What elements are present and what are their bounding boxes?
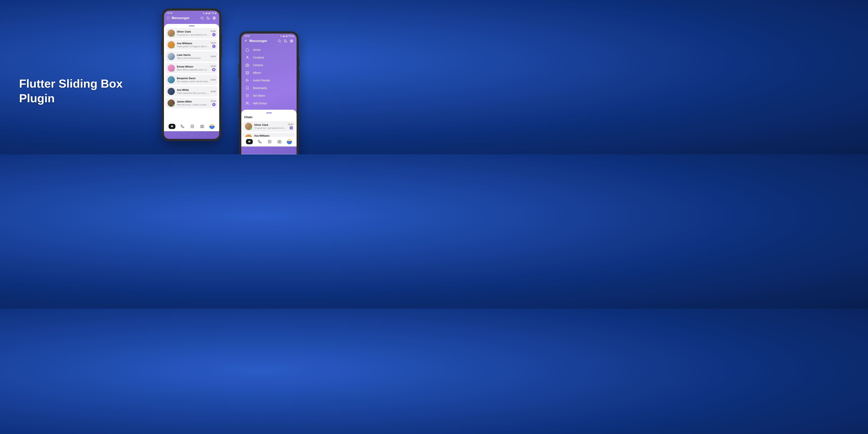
avatar: [167, 76, 175, 83]
menu-item-camera[interactable]: Camera: [241, 61, 297, 69]
chat-time: 18:48: [211, 42, 216, 44]
back-icon[interactable]: [177, 134, 180, 137]
svg-point-4: [172, 126, 172, 127]
phone-side-btn: [161, 40, 162, 55]
chat-time: 18:48: [211, 30, 216, 32]
svg-point-3: [171, 126, 172, 127]
bookmarks-icon: [245, 86, 249, 90]
globe-icon[interactable]: [289, 39, 294, 43]
svg-point-25: [279, 141, 280, 143]
avatar-wrap: [167, 53, 175, 60]
nav-camera-icon[interactable]: [277, 139, 282, 145]
avatar-wrap: [167, 88, 175, 95]
home-icon[interactable]: [190, 134, 193, 137]
chat-message: Wow! What a beautiful view! I really…: [177, 68, 210, 71]
chat-meta: 18:483: [211, 42, 216, 48]
menu-item-album[interactable]: Album: [241, 69, 297, 76]
nav-chat-icon[interactable]: [168, 124, 176, 129]
nav-camera-icon[interactable]: [199, 124, 205, 129]
chat-info: Benjamin Davis Yes, being in nature and …: [177, 77, 210, 83]
unread-badge: 10: [212, 68, 216, 71]
chat-item[interactable]: Benjamin Davis Yes, being in nature and …: [165, 74, 218, 85]
chat-info: James Miller After the forest, I visited…: [177, 100, 210, 106]
app-title: Messenger: [172, 16, 198, 20]
menu-item-invite-friends[interactable]: Invite Friends: [241, 76, 297, 84]
menu-label: Home: [253, 48, 260, 52]
chat-name: Ava White: [177, 89, 210, 91]
globe-icon[interactable]: [212, 16, 216, 20]
sliding-box[interactable]: Chats Oliver Clark I'm good too. I just …: [241, 110, 297, 147]
search-icon[interactable]: [277, 39, 282, 43]
svg-rect-8: [191, 134, 192, 136]
chat-name: Emma Wilson: [177, 65, 210, 68]
nav-profile-icon[interactable]: [209, 124, 215, 129]
avatar-wrap: [167, 41, 175, 49]
chat-name: Liam Harris: [177, 54, 210, 57]
menu-item-add-group[interactable]: Add Group: [241, 99, 297, 107]
chat-item[interactable]: Oliver Clark I'm good too. I just wanted…: [165, 28, 218, 38]
unread-badge: 1: [289, 126, 293, 130]
chat-info: Ava Williams: [254, 134, 292, 137]
online-indicator: [173, 105, 175, 106]
chat-meta: 18:485: [211, 100, 216, 106]
chat-info: Oliver Clark I'm good too. I just wanted…: [177, 30, 210, 36]
chat-message: After the forest, I visited a small vill…: [177, 103, 210, 106]
sliding-box[interactable]: Oliver Clark I'm good too. I just wanted…: [164, 24, 219, 122]
nav-phone-icon[interactable]: [257, 139, 262, 145]
signal-icon-2: [208, 12, 210, 14]
avatar: [167, 88, 175, 95]
chat-item[interactable]: Liam Harris Take a look at this picture …: [165, 51, 218, 62]
menu-item-home[interactable]: Home: [241, 46, 297, 54]
chat-item[interactable]: Oliver Clark I'm good too. I just wanted…: [243, 121, 295, 132]
svg-point-11: [247, 56, 248, 58]
phone-volume-btn: [299, 58, 299, 66]
status-indicators: ⇅ 70% ▮: [280, 35, 294, 37]
menu-item-contacts[interactable]: Contacts: [241, 54, 297, 61]
recents-icon[interactable]: [203, 134, 206, 137]
system-nav: [164, 131, 219, 139]
status-bar: 18:49 ⇅ 71% ▮: [164, 11, 219, 15]
chat-info: Liam Harris Take a look at this picture: [177, 54, 210, 59]
add-group-icon: [245, 101, 249, 105]
avatar: [245, 134, 252, 137]
chat-item[interactable]: Ava Williams That's great! I'm happy to …: [165, 39, 218, 50]
close-icon[interactable]: [244, 39, 247, 43]
chat-message: Take a look at this picture: [177, 57, 210, 59]
drag-handle[interactable]: [189, 26, 194, 26]
chat-meta: 18:48: [211, 56, 216, 58]
status-time: 18:49: [167, 12, 173, 14]
battery-pct: 70%: [288, 35, 292, 37]
chat-item[interactable]: Ava Williams: [243, 133, 295, 137]
menu-label: Album: [253, 71, 261, 74]
menu-item-bookmarks[interactable]: Bookmarks: [241, 84, 297, 92]
phone-power-btn: [221, 45, 222, 58]
chat-meta: 18:48: [211, 79, 216, 81]
svg-point-0: [201, 17, 203, 19]
status-bar: 19:06 ⇅ 70% ▮: [241, 34, 297, 38]
menu-item-set-alarm[interactable]: Set Alarm: [241, 92, 297, 99]
svg-point-14: [247, 72, 247, 72]
chat-item[interactable]: Emma Wilson Wow! What a beautiful view! …: [165, 63, 218, 73]
nav-profile-icon[interactable]: [286, 139, 292, 145]
drag-handle[interactable]: [266, 113, 272, 113]
chat-name: Ava Williams: [254, 134, 292, 137]
chat-item[interactable]: James Miller After the forest, I visited…: [165, 98, 218, 108]
nav-phone-icon[interactable]: [180, 124, 185, 129]
moon-icon[interactable]: [283, 39, 288, 43]
nav-add-icon[interactable]: [267, 139, 273, 145]
chat-item[interactable]: Ava White That's awesome that you had a …: [165, 86, 218, 97]
chat-time: 18:48: [211, 90, 216, 93]
menu-dots-icon[interactable]: [167, 17, 169, 20]
menu-label: Bookmarks: [253, 86, 267, 90]
signal-icon: [205, 12, 207, 14]
nav-add-icon[interactable]: [189, 124, 195, 129]
moon-icon[interactable]: [206, 16, 210, 20]
chat-message: Yes, being in nature and its tranquil…: [177, 80, 210, 83]
contacts-icon: [245, 56, 249, 60]
system-nav: [241, 154, 297, 154]
chat-name: James Miller: [177, 100, 210, 103]
nav-chat-icon[interactable]: [246, 139, 253, 144]
phone-screen-2: 19:06 ⇅ 70% ▮ Messenger Home Contacts Ca…: [241, 34, 297, 154]
signal-icon-2: [285, 35, 287, 37]
search-icon[interactable]: [200, 16, 204, 20]
